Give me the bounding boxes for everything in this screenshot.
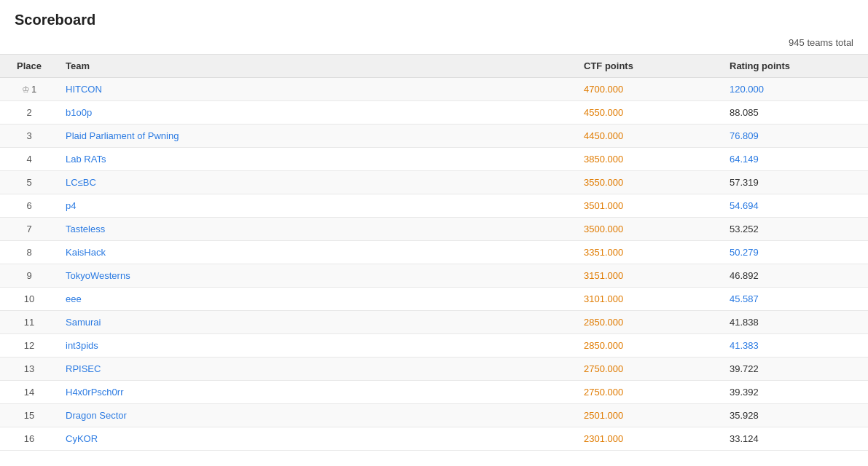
table-row: 8KaisHack3351.00050.279 xyxy=(0,241,868,264)
team-cell[interactable]: Plaid Parliament of Pwning xyxy=(58,125,576,148)
team-link[interactable]: Dragon Sector xyxy=(66,410,127,421)
team-cell[interactable]: HITCON xyxy=(58,78,576,101)
team-cell[interactable]: Samurai xyxy=(58,311,576,334)
team-cell[interactable]: CyKOR xyxy=(58,427,576,451)
team-link[interactable]: p4 xyxy=(66,200,76,211)
place-cell: ♔1 xyxy=(0,78,58,101)
team-link[interactable]: TokyoWesterns xyxy=(66,270,130,281)
team-link[interactable]: Lab RATs xyxy=(66,154,106,165)
team-link[interactable]: HITCON xyxy=(66,84,102,95)
place-cell: 9 xyxy=(0,264,58,288)
col-ctf-points: CTF points xyxy=(576,55,722,78)
place-cell: 15 xyxy=(0,404,58,427)
ctf-points-cell: 2750.000 xyxy=(576,381,722,404)
place-cell: 8 xyxy=(0,241,58,264)
team-cell[interactable]: p4 xyxy=(58,194,576,218)
place-cell: 3 xyxy=(0,125,58,148)
team-cell[interactable]: KaisHack xyxy=(58,241,576,264)
table-row: 13RPISEC2750.00039.722 xyxy=(0,358,868,381)
team-cell[interactable]: RPISEC xyxy=(58,358,576,381)
team-cell[interactable]: LC≤BC xyxy=(58,171,576,194)
place-cell: 6 xyxy=(0,194,58,218)
place-number: 2 xyxy=(26,107,31,118)
crown-icon: ♔ xyxy=(22,84,30,95)
table-row: ♔1HITCON4700.000120.000 xyxy=(0,78,868,101)
team-link[interactable]: Samurai xyxy=(66,317,101,328)
rating-points-cell: 33.124 xyxy=(722,427,868,451)
team-link[interactable]: int3pids xyxy=(66,340,98,351)
team-cell[interactable]: Lab RATs xyxy=(58,148,576,171)
ctf-points-cell: 3550.000 xyxy=(576,171,722,194)
place-number: 15 xyxy=(24,410,34,421)
place-number: 3 xyxy=(26,130,31,141)
team-cell[interactable]: int3pids xyxy=(58,334,576,358)
rating-points-cell: 64.149 xyxy=(722,148,868,171)
team-cell[interactable]: H4x0rPsch0rr xyxy=(58,381,576,404)
place-number: 16 xyxy=(24,433,34,444)
place-cell: 2 xyxy=(0,101,58,125)
place-number: 13 xyxy=(24,363,34,374)
table-row: 5LC≤BC3550.00057.319 xyxy=(0,171,868,194)
ctf-points-cell: 3151.000 xyxy=(576,264,722,288)
ctf-points-cell: 2750.000 xyxy=(576,358,722,381)
table-row: 10eee3101.00045.587 xyxy=(0,288,868,311)
team-link[interactable]: Plaid Parliament of Pwning xyxy=(66,130,179,141)
place-cell: 12 xyxy=(0,334,58,358)
rating-points-cell: 46.892 xyxy=(722,264,868,288)
page-title: Scoreboard xyxy=(15,12,95,28)
place-cell: 7 xyxy=(0,218,58,241)
table-body: ♔1HITCON4700.000120.0002b1o0p4550.00088.… xyxy=(0,78,868,451)
ctf-points-cell: 3501.000 xyxy=(576,194,722,218)
ctf-points-cell: 4550.000 xyxy=(576,101,722,125)
place-number: 9 xyxy=(26,270,31,281)
rating-points-cell: 50.279 xyxy=(722,241,868,264)
rating-points-cell: 41.838 xyxy=(722,311,868,334)
place-number: 12 xyxy=(24,340,34,351)
team-link[interactable]: LC≤BC xyxy=(66,177,96,188)
rating-points-cell: 88.085 xyxy=(722,101,868,125)
ctf-points-cell: 3500.000 xyxy=(576,218,722,241)
table-row: 15Dragon Sector2501.00035.928 xyxy=(0,404,868,427)
team-cell[interactable]: Dragon Sector xyxy=(58,404,576,427)
table-row: 12int3pids2850.00041.383 xyxy=(0,334,868,358)
place-cell: 10 xyxy=(0,288,58,311)
place-number: 10 xyxy=(24,293,34,304)
ctf-points-cell: 2301.000 xyxy=(576,427,722,451)
team-link[interactable]: RPISEC xyxy=(66,363,101,374)
team-link[interactable]: b1o0p xyxy=(66,107,92,118)
team-cell[interactable]: b1o0p xyxy=(58,101,576,125)
team-cell[interactable]: eee xyxy=(58,288,576,311)
rating-points-cell: 120.000 xyxy=(722,78,868,101)
ctf-points-cell: 3351.000 xyxy=(576,241,722,264)
rating-points-cell: 35.928 xyxy=(722,404,868,427)
table-row: 6p43501.00054.694 xyxy=(0,194,868,218)
team-link[interactable]: eee xyxy=(66,293,82,304)
ctf-points-cell: 3101.000 xyxy=(576,288,722,311)
place-cell: 13 xyxy=(0,358,58,381)
rating-points-cell: 57.319 xyxy=(722,171,868,194)
ctf-points-cell: 2850.000 xyxy=(576,334,722,358)
team-link[interactable]: CyKOR xyxy=(66,433,98,444)
table-row: 2b1o0p4550.00088.085 xyxy=(0,101,868,125)
place-number: 5 xyxy=(26,177,31,188)
rating-points-cell: 76.809 xyxy=(722,125,868,148)
place-cell: 4 xyxy=(0,148,58,171)
team-cell[interactable]: TokyoWesterns xyxy=(58,264,576,288)
col-place: Place xyxy=(0,55,58,78)
place-cell: 5 xyxy=(0,171,58,194)
ctf-points-cell: 2501.000 xyxy=(576,404,722,427)
table-row: 4Lab RATs3850.00064.149 xyxy=(0,148,868,171)
table-row: 14H4x0rPsch0rr2750.00039.392 xyxy=(0,381,868,404)
place-number: 8 xyxy=(26,247,31,258)
team-link[interactable]: KaisHack xyxy=(66,247,106,258)
team-link[interactable]: H4x0rPsch0rr xyxy=(66,387,123,398)
ctf-points-cell: 3850.000 xyxy=(576,148,722,171)
place-cell: 14 xyxy=(0,381,58,404)
ctf-points-cell: 4450.000 xyxy=(576,125,722,148)
table-header: Place Team CTF points Rating points xyxy=(0,55,868,78)
team-link[interactable]: Tasteless xyxy=(66,224,105,234)
place-number: 11 xyxy=(24,317,34,328)
team-cell[interactable]: Tasteless xyxy=(58,218,576,241)
ctf-points-cell: 2850.000 xyxy=(576,311,722,334)
place-number: 14 xyxy=(24,387,34,398)
